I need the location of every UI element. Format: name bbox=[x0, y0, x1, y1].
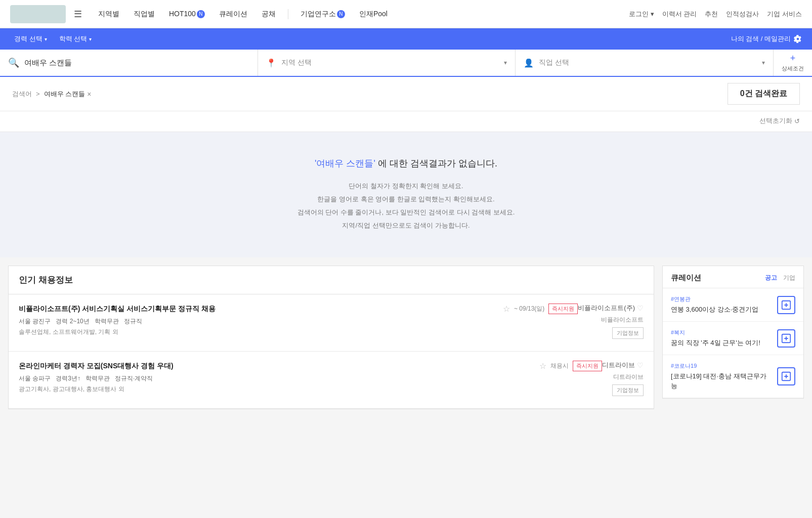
results-count-box[interactable]: 0건 검색완료 bbox=[728, 83, 800, 105]
job-title-2[interactable]: 온라인마케터 경력자 모집(SNS대행사 경험 우대) bbox=[19, 362, 535, 371]
table-row: 비플라이소프트(주) 서비스기획실 서비스기획부문 정규직 채용 ☆ ~ 09/… bbox=[9, 294, 654, 352]
company-heart-icon-1[interactable]: ♡ bbox=[637, 304, 644, 312]
aptitude-test[interactable]: 인적성검사 bbox=[726, 10, 759, 19]
job-tags-1: 솔루션업체, 소프트웨어개발, 기획 외 bbox=[19, 328, 578, 336]
no-results-tips: 단어의 철자가 정확한지 확인해 보세요. 한글을 영어로 혹은 영어를 한글로… bbox=[10, 180, 802, 232]
job-icon: 👤 bbox=[524, 58, 534, 68]
resume-manage[interactable]: 이력서 관리 bbox=[662, 10, 697, 19]
job-right-col-1: 비플라이소프트(주) ♡ 비플라이소프트 기업정보 bbox=[578, 304, 644, 339]
curation-header: 큐레이션 공고 기업 bbox=[663, 266, 803, 288]
location-field-text: 지역 선택 bbox=[281, 58, 504, 67]
job-deadline-2: 채용시 bbox=[550, 362, 569, 370]
education-filter-button[interactable]: 학력 선택 ▾ bbox=[55, 32, 96, 46]
nav-item-recruit[interactable]: 공채 bbox=[255, 7, 282, 22]
job-meta-2: 서울 송파구 경력3년↑ 학력무관 정규직·계약직 bbox=[19, 374, 602, 383]
login-button[interactable]: 로그인 ▾ bbox=[629, 10, 654, 19]
curation-title: 큐레이션 bbox=[671, 273, 701, 283]
curation-icon-3[interactable] bbox=[777, 367, 795, 385]
job-tags-2: 광고기획사, 광고대행사, 홍보대행사 외 bbox=[19, 385, 602, 394]
job-location-1: 서울 광진구 bbox=[19, 318, 51, 325]
hamburger-icon[interactable]: ☰ bbox=[74, 9, 82, 20]
sidebar: 큐레이션 공고 기업 #연봉관 연봉 3,600이상 강소·중견기업 #복지 bbox=[662, 266, 804, 409]
job-employment-1: 정규직 bbox=[124, 318, 142, 325]
search-tag: 여배우 스캔들 × bbox=[44, 90, 92, 99]
mypage-link[interactable]: 나의 검색 / 메일관리 bbox=[731, 34, 802, 44]
breadcrumb-label: 검색어 bbox=[12, 90, 32, 99]
curation-tab-companies[interactable]: 기업 bbox=[783, 274, 795, 282]
nav-item-job[interactable]: 직업별 bbox=[127, 7, 161, 22]
job-list-header: 인기 채용정보 bbox=[9, 266, 654, 294]
search-results-bar: 검색어 > 여배우 스캔들 × 0건 검색완료 bbox=[0, 77, 812, 111]
curation-item-text-1: #연봉관 연봉 3,600이상 강소·중견기업 bbox=[671, 295, 772, 314]
recommend[interactable]: 추천 bbox=[705, 10, 718, 19]
curation-desc-1[interactable]: 연봉 3,600이상 강소·중견기업 bbox=[671, 305, 772, 314]
curation-tabs: 공고 기업 bbox=[765, 274, 795, 282]
job-arrow-icon: ▾ bbox=[762, 59, 765, 66]
advanced-label: 상세조건 bbox=[782, 65, 804, 72]
tip-2: 한글을 영어로 혹은 영어를 한글로 입력했는지 확인해보세요. bbox=[10, 193, 802, 206]
job-item-left-2: 온라인마케터 경력자 모집(SNS대행사 경험 우대) ☆ 채용시 즉시지원 서… bbox=[19, 361, 602, 394]
job-career-2: 경력3년↑ bbox=[56, 375, 80, 382]
job-employment-2: 정규직·계약직 bbox=[115, 375, 153, 382]
header-right: 로그인 ▾ 이력서 관리 추천 인적성검사 기업 서비스 bbox=[629, 10, 802, 19]
job-field[interactable]: 👤 직업 선택 ▾ bbox=[516, 50, 774, 76]
header: ☰ 지역별 직업별 HOT100N 큐레이션 공채 기업연구소N 인재Pool … bbox=[0, 0, 812, 28]
search-input[interactable] bbox=[24, 59, 249, 67]
job-meta-1: 서울 광진구 경력 2~10년 학력무관 정규직 bbox=[19, 317, 578, 326]
advanced-search-button[interactable]: + 상세조건 bbox=[774, 50, 812, 76]
curation-item-text-3: #코로나19 [코로나19] 대전·충남 재택근무가능 bbox=[671, 362, 772, 390]
reset-area: 선택초기화 ↺ bbox=[0, 113, 812, 132]
nav-item-curation[interactable]: 큐레이션 bbox=[213, 7, 253, 22]
location-arrow-icon: ▾ bbox=[504, 59, 507, 66]
education-arrow-icon: ▾ bbox=[89, 36, 92, 42]
no-results-keyword: '여배우 스캔들' bbox=[315, 158, 375, 168]
company-name-1: 비플라이소프트(주) ♡ bbox=[578, 304, 644, 313]
reset-icon: ↺ bbox=[794, 117, 800, 125]
bookmark-icon-1[interactable]: ☆ bbox=[503, 304, 510, 314]
location-field[interactable]: 📍 지역 선택 ▾ bbox=[258, 50, 516, 76]
company-info-button-2[interactable]: 기업정보 bbox=[612, 384, 644, 396]
job-list-section: 인기 채용정보 비플라이소프트(주) 서비스기획실 서비스기획부문 정규직 채용… bbox=[8, 266, 654, 409]
company-heart-icon-2[interactable]: ♡ bbox=[637, 361, 644, 369]
curation-desc-3[interactable]: [코로나19] 대전·충남 재택근무가능 bbox=[671, 372, 772, 390]
job-location-2: 서울 송파구 bbox=[19, 375, 51, 382]
nav-item-hot100[interactable]: HOT100N bbox=[163, 7, 211, 21]
search-results-container: 검색어 > 여배우 스캔들 × 0건 검색완료 선택초기화 ↺ bbox=[0, 77, 812, 132]
apply-button-1[interactable]: 즉시지원 bbox=[548, 304, 578, 314]
job-education-1: 학력무관 bbox=[95, 318, 119, 325]
search-tag-close-button[interactable]: × bbox=[87, 90, 91, 98]
company-short-2: 디트라이브 bbox=[613, 373, 644, 381]
curation-icon-2[interactable] bbox=[777, 329, 795, 348]
tip-4: 지역/직업 선택만으로도 검색이 가능합니다. bbox=[10, 219, 802, 232]
job-title-1[interactable]: 비플라이소프트(주) 서비스기획실 서비스기획부문 정규직 채용 bbox=[19, 305, 499, 314]
job-education-2: 학력무관 bbox=[86, 375, 110, 382]
nav-item-region[interactable]: 지역별 bbox=[92, 7, 125, 22]
curation-icon-1[interactable] bbox=[777, 296, 795, 314]
settings-icon bbox=[794, 35, 802, 43]
list-item: #코로나19 [코로나19] 대전·충남 재택근무가능 bbox=[663, 355, 803, 398]
curation-tag-1: #연봉관 bbox=[671, 295, 772, 303]
company-service[interactable]: 기업 서비스 bbox=[767, 10, 802, 19]
curation-desc-2[interactable]: 꿈의 직장 '주 4일 근무'는 여기! bbox=[671, 338, 772, 348]
reset-button[interactable]: 선택초기화 ↺ bbox=[759, 116, 800, 125]
nav-item-talent[interactable]: 인재Pool bbox=[353, 7, 394, 22]
filter-bar: 경력 선택 ▾ 학력 선택 ▾ 나의 검색 / 메일관리 bbox=[0, 28, 812, 50]
curation-tab-jobs[interactable]: 공고 bbox=[765, 274, 777, 282]
job-right-col-2: 디트라이브 ♡ 디트라이브 기업정보 bbox=[602, 361, 644, 396]
hot100-badge: N bbox=[197, 10, 205, 18]
company-info-button-1[interactable]: 기업정보 bbox=[612, 327, 644, 339]
search-icon: 🔍 bbox=[8, 57, 19, 68]
location-icon: 📍 bbox=[266, 58, 276, 68]
bookmark-icon-2[interactable]: ☆ bbox=[539, 361, 546, 371]
apply-button-2[interactable]: 즉시지원 bbox=[573, 361, 602, 371]
no-results-section: '여배우 스캔들' 에 대한 검색결과가 없습니다. 단어의 철자가 정확한지 … bbox=[0, 132, 812, 257]
tip-1: 단어의 철자가 정확한지 확인해 보세요. bbox=[10, 180, 802, 193]
curation-box: 큐레이션 공고 기업 #연봉관 연봉 3,600이상 강소·중견기업 #복지 bbox=[662, 266, 804, 399]
logo[interactable] bbox=[10, 5, 66, 23]
nav-item-research[interactable]: 기업연구소N bbox=[294, 7, 351, 22]
search-field[interactable]: 🔍 bbox=[0, 50, 258, 76]
search-tag-text: 여배우 스캔들 bbox=[44, 90, 86, 99]
job-career-1: 경력 2~10년 bbox=[56, 318, 89, 325]
curation-item-text-2: #복지 꿈의 직장 '주 4일 근무'는 여기! bbox=[671, 329, 772, 348]
career-filter-button[interactable]: 경력 선택 ▾ bbox=[10, 32, 51, 46]
